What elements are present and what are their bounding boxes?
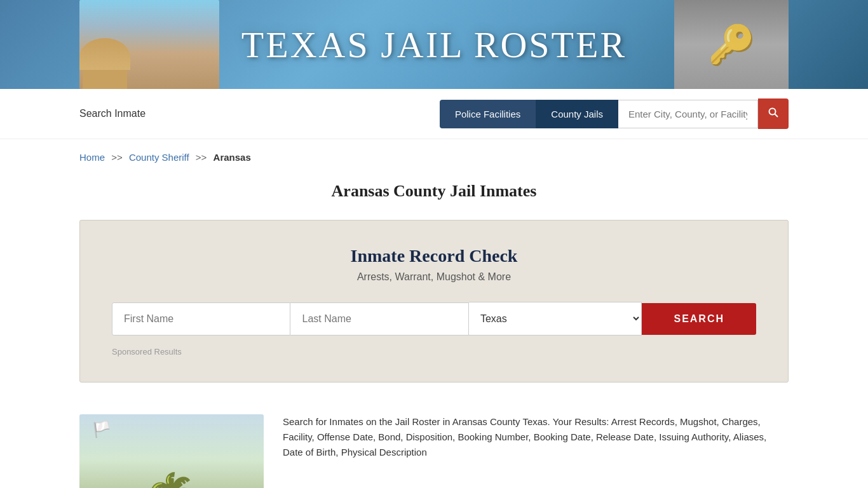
svg-line-1 [775,114,778,118]
state-select[interactable]: AlabamaAlaskaArizonaArkansasCaliforniaCo… [469,302,642,336]
search-icon [768,107,778,118]
breadcrumb-sep2: >> [196,152,207,163]
inmate-check-subtitle: Arrests, Warrant, Mugshot & More [112,271,756,283]
last-name-input[interactable] [290,302,468,336]
location-image: 🏳️ 🌴 [79,414,264,488]
header-banner: Texas Jail Roster 🔑 [0,0,868,89]
facility-search-input[interactable] [618,100,758,128]
palm-tree-icon: 🌴 [144,470,200,488]
inmate-search-button[interactable]: SEARCH [642,303,756,335]
site-title: Texas Jail Roster [241,24,627,66]
nav-bar: Search Inmate Police Facilities County J… [0,89,868,139]
inmate-check-box: Inmate Record Check Arrests, Warrant, Mu… [79,220,789,383]
bottom-description: Search for Inmates on the Jail Roster in… [283,414,789,460]
facility-search-button[interactable] [758,98,789,129]
breadcrumb-current: Aransas [214,152,251,163]
inmate-search-row: AlabamaAlaskaArizonaArkansasCaliforniaCo… [112,302,756,336]
first-name-input[interactable] [112,302,290,336]
bottom-section: 🏳️ 🌴 Search for Inmates on the Jail Rost… [0,402,868,488]
breadcrumb-county-sheriff[interactable]: County Sheriff [129,152,189,163]
svg-point-0 [770,109,776,115]
breadcrumb-home[interactable]: Home [79,152,105,163]
inmate-check-title: Inmate Record Check [112,246,756,266]
keys-image: 🔑 [674,0,789,89]
page-title: Aransas County Jail Inmates [0,169,868,220]
sponsored-results-label: Sponsored Results [112,347,756,356]
nav-right: Police Facilities County Jails [440,98,789,129]
breadcrumb-sep1: >> [111,152,123,163]
keys-icon: 🔑 [708,22,756,67]
police-facilities-button[interactable]: Police Facilities [440,100,536,128]
county-jails-button[interactable]: County Jails [536,100,618,128]
breadcrumb: Home >> County Sheriff >> Aransas [0,139,868,169]
flag-icon: 🏳️ [92,421,111,438]
search-inmate-label: Search Inmate [79,108,146,119]
capitol-image [79,0,219,89]
